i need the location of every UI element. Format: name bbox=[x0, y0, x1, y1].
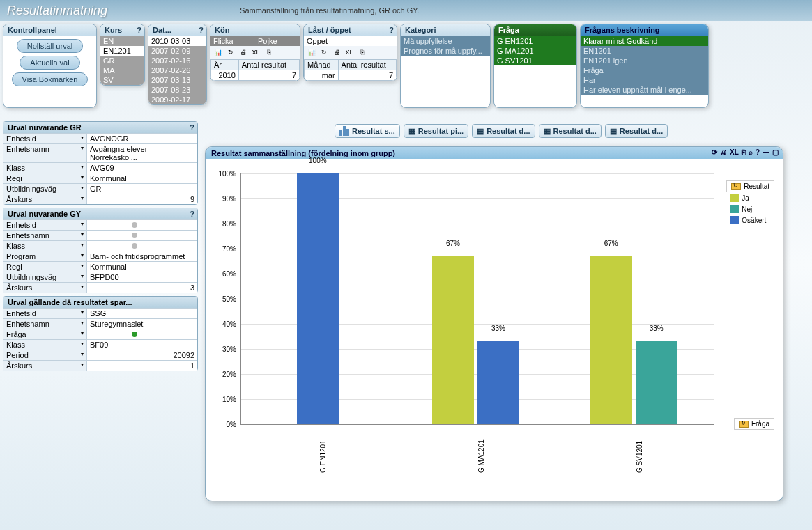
current-selection-button[interactable]: Aktuella val bbox=[20, 56, 79, 70]
last-value[interactable]: Öppet bbox=[304, 36, 397, 46]
tab-resultat-s[interactable]: Resultat s... bbox=[335, 124, 400, 138]
selection-value[interactable]: BF09 bbox=[87, 340, 197, 350]
kurs-item[interactable]: MA bbox=[100, 65, 144, 75]
selection-label[interactable]: Klass bbox=[3, 163, 87, 173]
selection-label[interactable]: Utbildningsväg bbox=[3, 272, 87, 282]
cycle-icon[interactable]: ↻ bbox=[319, 47, 329, 57]
kurs-item[interactable]: GR bbox=[100, 56, 144, 65]
selection-label[interactable]: Enhetsnamn bbox=[3, 231, 87, 240]
selection-value[interactable]: Barn- och fritidsprogrammet bbox=[87, 251, 197, 261]
selection-value[interactable]: SSG bbox=[87, 309, 197, 318]
selection-label[interactable]: Utbildningsväg bbox=[3, 184, 87, 194]
ar-header[interactable]: Antal resultat bbox=[238, 60, 299, 70]
ma-header[interactable]: Månad bbox=[305, 60, 339, 70]
selection-label[interactable]: Klass bbox=[3, 340, 87, 350]
help-icon[interactable]: ? bbox=[190, 210, 194, 218]
print-icon[interactable]: 🖨 bbox=[720, 148, 727, 156]
fraga-item[interactable]: G EN1201 bbox=[494, 36, 576, 46]
minimize-icon[interactable]: — bbox=[763, 148, 769, 156]
selection-value[interactable]: 3 bbox=[87, 283, 197, 293]
cycle-icon[interactable]: ↻ bbox=[226, 47, 236, 57]
selection-value[interactable]: 20092 bbox=[87, 350, 197, 360]
kurs-item[interactable]: EN bbox=[100, 36, 144, 46]
selection-value[interactable]: AVG09 bbox=[87, 163, 197, 173]
selection-value[interactable]: Kommunal bbox=[87, 173, 197, 183]
selection-label[interactable]: Enhetsid bbox=[3, 134, 87, 143]
fraga-item[interactable]: G MA1201 bbox=[494, 46, 576, 56]
selection-value[interactable]: 1 bbox=[87, 361, 197, 371]
ma-header[interactable]: Antal resultat bbox=[338, 60, 396, 70]
help-icon[interactable]: ? bbox=[389, 26, 394, 34]
chart-icon[interactable]: 📊 bbox=[213, 47, 223, 57]
tab-resultat-pi[interactable]: ▦ Resultat pi... bbox=[404, 124, 468, 138]
date-item[interactable]: 2007-02-16 bbox=[148, 56, 206, 65]
selection-value[interactable]: 9 bbox=[87, 194, 197, 204]
legend-item[interactable]: Osäkert bbox=[726, 215, 774, 226]
kurs-item-selected[interactable]: EN1201 bbox=[100, 46, 144, 56]
selection-label[interactable]: Årskurs bbox=[3, 194, 87, 204]
excel-icon[interactable]: XL bbox=[730, 148, 739, 156]
kon-option[interactable]: Flicka bbox=[210, 36, 255, 46]
selection-label[interactable]: Fråga bbox=[3, 329, 87, 339]
help-icon[interactable]: ? bbox=[756, 148, 760, 156]
cycle-icon[interactable]: ⟳ bbox=[712, 148, 717, 156]
chart-bar[interactable] bbox=[477, 341, 519, 424]
export-icon[interactable]: ⎘ bbox=[357, 47, 367, 57]
help-icon[interactable]: ? bbox=[199, 26, 204, 34]
legend-item[interactable]: Ja bbox=[726, 192, 774, 203]
show-bookmarks-button[interactable]: Visa Bokmärken bbox=[12, 72, 89, 86]
date-item[interactable]: 2007-02-26 bbox=[148, 65, 206, 75]
print-icon[interactable]: 🖨 bbox=[332, 47, 342, 57]
kategori-item[interactable]: Måluppfyllelse bbox=[401, 36, 490, 46]
selection-value[interactable] bbox=[87, 241, 197, 251]
tab-resultat-d[interactable]: ▦ Resultat d... bbox=[605, 124, 668, 138]
fragans-item[interactable]: Har eleven uppnått mål i enge... bbox=[581, 85, 708, 95]
date-item-selected[interactable]: 2010-03-03 bbox=[148, 36, 206, 46]
excel-icon[interactable]: XL bbox=[344, 47, 354, 57]
selection-label[interactable]: Period bbox=[3, 350, 87, 360]
legend-header[interactable]: Resultat bbox=[726, 180, 774, 192]
chart-bar[interactable] bbox=[636, 341, 677, 424]
selection-label[interactable]: Program bbox=[3, 251, 87, 261]
selection-label[interactable]: Regi bbox=[3, 262, 87, 272]
selection-label[interactable]: Årskurs bbox=[3, 361, 87, 371]
selection-value[interactable] bbox=[87, 329, 197, 339]
selection-label[interactable]: Enhetsnamn bbox=[3, 144, 87, 162]
selection-value[interactable]: Kommunal bbox=[87, 262, 197, 272]
ar-header[interactable]: År bbox=[211, 60, 239, 70]
selection-value[interactable] bbox=[87, 231, 197, 240]
selection-label[interactable]: Enhetsid bbox=[3, 220, 87, 230]
maximize-icon[interactable]: ▢ bbox=[772, 148, 779, 156]
selection-label[interactable]: Enhetsid bbox=[3, 309, 87, 318]
chart-bar[interactable] bbox=[432, 256, 474, 424]
export-icon[interactable]: ⎘ bbox=[742, 148, 746, 156]
help-icon[interactable]: ? bbox=[190, 123, 194, 132]
date-item[interactable]: 2007-08-23 bbox=[148, 85, 206, 95]
date-item[interactable]: 2009-02-17 bbox=[148, 95, 206, 104]
selection-label[interactable]: Regi bbox=[3, 173, 87, 183]
selection-value[interactable]: BFPD00 bbox=[87, 272, 197, 282]
selection-value[interactable]: GR bbox=[87, 184, 197, 194]
selection-value[interactable]: Avgångna elever Norrekaskol... bbox=[87, 144, 197, 162]
help-icon[interactable]: ? bbox=[137, 26, 141, 34]
date-item[interactable]: 2007-03-13 bbox=[148, 75, 206, 85]
fraga-item[interactable]: G SV1201 bbox=[494, 56, 576, 65]
selection-label[interactable]: Årskurs bbox=[3, 283, 87, 293]
fragans-item[interactable]: Fråga bbox=[581, 65, 708, 75]
kategori-item[interactable]: Prognos för måluppfy... bbox=[401, 46, 490, 56]
fragans-item[interactable]: Har bbox=[581, 75, 708, 85]
tab-resultat-d[interactable]: ▦ Resultat d... bbox=[472, 124, 535, 138]
kon-option[interactable]: Pojke bbox=[255, 36, 300, 46]
export-icon[interactable]: ⎘ bbox=[263, 47, 273, 57]
date-item[interactable]: 2007-02-09 bbox=[148, 46, 206, 56]
x-legend[interactable]: Fråga bbox=[734, 418, 774, 430]
selection-value[interactable]: AVGNOGR bbox=[87, 134, 197, 143]
excel-icon[interactable]: XL bbox=[251, 47, 261, 57]
fragans-item[interactable]: EN1201 igen bbox=[581, 56, 708, 65]
chart-bar[interactable] bbox=[590, 256, 632, 424]
selection-label[interactable]: Enhetsnamn bbox=[3, 319, 87, 329]
legend-item[interactable]: Nej bbox=[726, 203, 774, 215]
reset-selection-button[interactable]: Nollställ urval bbox=[17, 39, 83, 53]
tab-resultat-d[interactable]: ▦ Resultat d... bbox=[539, 124, 602, 138]
chart-bar[interactable] bbox=[297, 173, 339, 424]
